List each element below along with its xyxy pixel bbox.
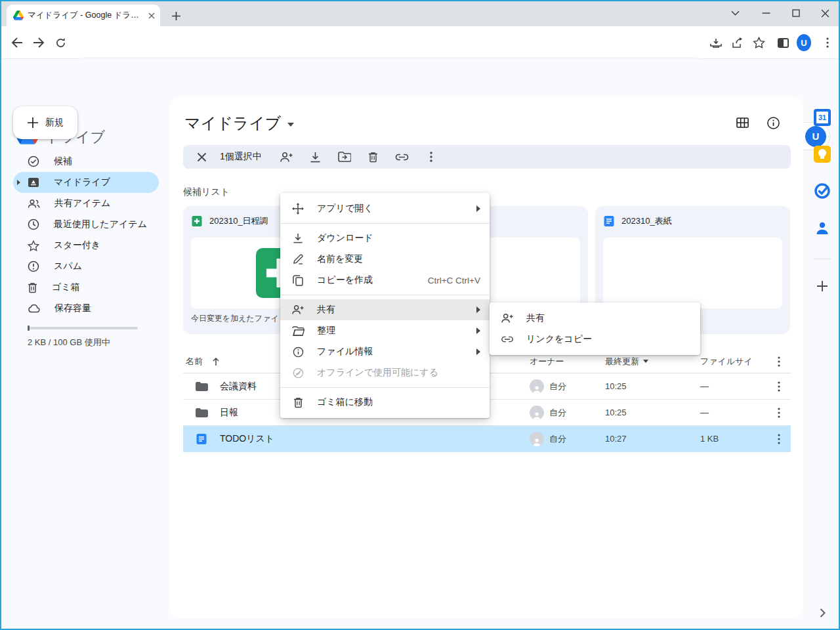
side-panel-divider — [814, 259, 831, 259]
docs-icon — [603, 215, 615, 227]
owner-name: 自分 — [549, 407, 566, 419]
sidebar-item-trash[interactable]: ゴミ箱 — [13, 277, 159, 298]
storage-text: 2 KB / 100 GB 使用中 — [28, 337, 110, 348]
sidebar-item-spam[interactable]: スパム — [13, 256, 159, 277]
menu-item-make-copy[interactable]: コピーを作成 Ctrl+C Ctrl+V — [280, 270, 490, 291]
menu-item-open-with[interactable]: アプリで開く — [280, 198, 490, 219]
more-actions-kebab-icon[interactable] — [423, 149, 439, 165]
move-to-folder-icon[interactable] — [337, 149, 352, 165]
new-tab-button[interactable] — [167, 7, 185, 25]
owner-avatar — [530, 432, 544, 446]
context-menu: アプリで開く ダウンロード 名前を変更 コピーを作成 Ctrl+C Ctrl+V — [280, 193, 490, 418]
menu-item-file-info[interactable]: ファイル情報 — [280, 341, 490, 362]
selection-toolbar: 1個選択中 — [183, 145, 791, 169]
sort-ascending-icon[interactable] — [212, 357, 220, 366]
star-icon — [28, 240, 39, 251]
tasks-app-icon[interactable] — [813, 182, 831, 200]
sidebar-item-my-drive[interactable]: マイドライブ — [13, 172, 159, 193]
file-size: — — [692, 381, 767, 391]
trash-icon[interactable] — [366, 149, 381, 165]
keep-app-icon[interactable] — [813, 145, 831, 163]
sidebar: 候補 マイドライブ 共有アイテム 最近使用したアイテム スター付き スパム ゴミ… — [1, 151, 164, 319]
sidebar-item-starred[interactable]: スター付き — [13, 235, 159, 256]
page-title-caret-icon[interactable] — [287, 123, 294, 127]
shortcut-label: Ctrl+C Ctrl+V — [428, 276, 480, 285]
window-close-button[interactable] — [811, 1, 839, 25]
menu-item-rename[interactable]: 名前を変更 — [280, 249, 490, 270]
share-icon[interactable] — [730, 35, 745, 50]
browser-avatar[interactable]: U — [797, 35, 811, 50]
column-dropdown-icon[interactable] — [643, 360, 648, 363]
contacts-app-icon[interactable] — [813, 219, 831, 237]
window-maximize-button[interactable] — [782, 1, 810, 25]
spam-icon — [28, 261, 39, 272]
download-icon — [291, 233, 304, 243]
grid-view-toggle-icon[interactable] — [734, 115, 750, 131]
menu-divider — [280, 295, 490, 295]
copy-link-icon[interactable] — [394, 149, 410, 165]
row-kebab-icon[interactable] — [778, 434, 780, 444]
tab-close-icon[interactable] — [148, 12, 155, 19]
bookmark-star-icon[interactable] — [751, 35, 766, 50]
sheets-icon — [191, 215, 203, 227]
submenu-arrow-icon — [476, 306, 480, 313]
my-drive-icon — [28, 177, 39, 188]
modified-time: 10:27 — [597, 434, 692, 444]
people-icon — [28, 199, 40, 209]
menu-item-organize[interactable]: 整理 — [280, 320, 490, 341]
column-modified[interactable]: 最終更新 — [605, 356, 639, 368]
save-page-icon[interactable] — [709, 35, 723, 50]
get-addons-plus-icon[interactable] — [813, 277, 831, 295]
card-title: 202310_日程調 — [209, 215, 268, 227]
column-owner[interactable]: オーナー — [530, 356, 564, 368]
column-name[interactable]: 名前 — [186, 356, 203, 368]
trash-icon — [28, 282, 37, 293]
folder-open-icon — [291, 326, 304, 336]
side-panel-icon[interactable] — [776, 35, 790, 50]
menu-item-download[interactable]: ダウンロード — [280, 228, 490, 249]
card-title: 202310_表紙 — [621, 215, 672, 227]
drive-header: ドライブ ? ECCS Cloud Mail Information Techn… — [1, 59, 839, 97]
share-person-add-icon[interactable] — [279, 149, 295, 165]
sidebar-item-shared[interactable]: 共有アイテム — [13, 193, 159, 214]
drive-avatar[interactable]: U — [805, 126, 826, 147]
link-icon — [501, 336, 514, 343]
submenu-item-share[interactable]: 共有 — [490, 308, 700, 329]
download-icon[interactable] — [308, 149, 324, 165]
new-button[interactable]: 新規 — [13, 106, 77, 139]
pencil-icon — [291, 254, 304, 264]
browser-menu-kebab-icon[interactable] — [820, 35, 835, 50]
menu-item-make-offline: オフラインで使用可能にする — [280, 362, 490, 383]
drive-favicon-icon — [13, 10, 24, 20]
forward-icon[interactable] — [31, 35, 47, 51]
submenu-arrow-icon — [476, 327, 480, 334]
tab-search-chevron-icon[interactable] — [721, 1, 749, 25]
calendar-app-icon[interactable]: 31 — [813, 108, 831, 127]
sidebar-item-recent[interactable]: 最近使用したアイテム — [13, 214, 159, 235]
row-kebab-icon[interactable] — [778, 381, 780, 392]
tab-title: マイドライブ - Google ドライブ — [28, 10, 144, 21]
show-side-panel-chevron-icon[interactable] — [813, 604, 831, 622]
column-size[interactable]: ファイルサイ — [700, 356, 753, 368]
column-options-kebab-icon[interactable] — [778, 356, 780, 367]
browser-window: マイドライブ - Google ドライブ — [0, 0, 840, 630]
sidebar-item-suggested[interactable]: 候補 — [13, 151, 159, 172]
selection-count: 1個選択中 — [220, 151, 262, 163]
trash-icon — [291, 397, 304, 408]
clear-selection-icon[interactable] — [194, 149, 209, 165]
menu-item-move-to-trash[interactable]: ゴミ箱に移動 — [280, 392, 490, 413]
file-size: 1 KB — [692, 434, 767, 444]
row-kebab-icon[interactable] — [778, 408, 780, 418]
page-title[interactable]: マイドライブ — [184, 113, 294, 134]
reload-icon[interactable] — [52, 35, 68, 51]
details-info-icon[interactable] — [765, 115, 781, 131]
menu-item-share[interactable]: 共有 — [280, 299, 490, 320]
back-icon[interactable] — [9, 35, 25, 51]
sidebar-item-storage[interactable]: 保存容量 — [13, 298, 159, 319]
table-row-selected[interactable]: TODOリスト 自分 10:27 1 KB — [183, 426, 791, 452]
submenu-item-copy-link[interactable]: リンクをコピー — [490, 329, 700, 350]
expand-arrow-icon[interactable] — [17, 180, 20, 185]
browser-toolbar: drive.google.com/drive/my-drive U — [1, 26, 839, 59]
window-minimize-button[interactable] — [752, 1, 780, 25]
browser-tab[interactable]: マイドライブ - Google ドライブ — [7, 5, 160, 26]
